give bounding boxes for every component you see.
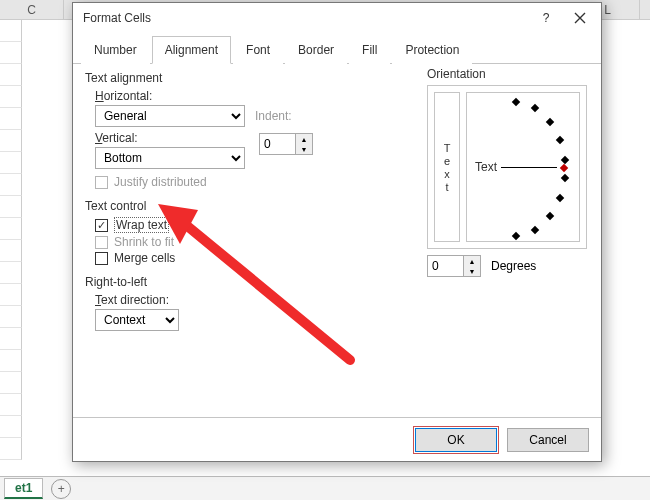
tab-border[interactable]: Border	[285, 36, 347, 64]
titlebar: Format Cells ?	[73, 3, 601, 33]
degrees-down[interactable]: ▼	[464, 266, 480, 276]
sheet-tab-bar: et1 +	[0, 476, 650, 500]
ok-button[interactable]: OK	[415, 428, 497, 452]
merge-checkbox[interactable]	[95, 252, 108, 265]
tab-alignment[interactable]: Alignment	[152, 36, 231, 64]
justify-label: Justify distributed	[114, 175, 207, 189]
shrink-label: Shrink to fit	[114, 235, 174, 249]
dialog-title: Format Cells	[83, 11, 529, 25]
new-sheet-button[interactable]: +	[51, 479, 71, 499]
indent-up[interactable]: ▲	[296, 134, 312, 144]
tab-protection[interactable]: Protection	[392, 36, 472, 64]
sheet-tab[interactable]: et1	[4, 478, 43, 499]
merge-label: Merge cells	[114, 251, 175, 265]
orientation-vertical-toggle[interactable]: Text	[434, 92, 460, 242]
orientation-group: Orientation Text Text	[427, 67, 587, 277]
label-degrees: Degrees	[491, 259, 536, 273]
orientation-text-label: Text	[475, 160, 497, 174]
col-header-c[interactable]: C	[0, 0, 64, 20]
degrees-spinner[interactable]: ▲▼	[427, 255, 481, 277]
close-icon	[574, 12, 586, 24]
vertical-select[interactable]: Bottom	[95, 147, 245, 169]
shrink-checkbox	[95, 236, 108, 249]
label-indent: Indent:	[255, 109, 292, 123]
degrees-input[interactable]	[427, 255, 463, 277]
orientation-line	[501, 167, 557, 168]
group-orientation: Orientation	[427, 67, 587, 81]
group-rtl: Right-to-left	[85, 275, 591, 289]
close-button[interactable]	[563, 5, 597, 31]
row-headers	[0, 20, 22, 476]
indent-spinner[interactable]: ▲▼	[259, 133, 313, 155]
tab-font[interactable]: Font	[233, 36, 283, 64]
orientation-handle[interactable]	[560, 164, 568, 172]
orientation-dial[interactable]: Text	[466, 92, 580, 242]
tab-strip: Number Alignment Font Border Fill Protec…	[73, 35, 601, 64]
format-cells-dialog: Format Cells ? Number Alignment Font Bor…	[72, 2, 602, 462]
indent-input[interactable]	[259, 133, 295, 155]
tab-number[interactable]: Number	[81, 36, 150, 64]
justify-checkbox	[95, 176, 108, 189]
indent-down[interactable]: ▼	[296, 144, 312, 154]
degrees-up[interactable]: ▲	[464, 256, 480, 266]
label-text-direction: Text direction:	[95, 293, 591, 307]
text-direction-select[interactable]: Context	[95, 309, 179, 331]
wrap-text-label: Wrap text	[114, 217, 169, 233]
tab-fill[interactable]: Fill	[349, 36, 390, 64]
horizontal-select[interactable]: General	[95, 105, 245, 127]
cancel-button[interactable]: Cancel	[507, 428, 589, 452]
dialog-content: Text alignment Horizontal: General Inden…	[83, 65, 591, 415]
help-button[interactable]: ?	[529, 5, 563, 31]
dialog-footer: OK Cancel	[73, 417, 601, 461]
wrap-text-checkbox[interactable]	[95, 219, 108, 232]
